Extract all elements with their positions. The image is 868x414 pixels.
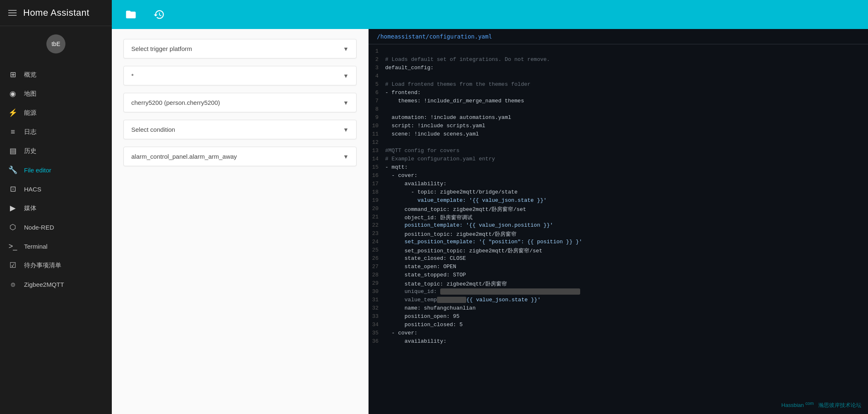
line-content: automation: !include automations.yaml xyxy=(385,114,511,121)
code-editor[interactable]: 12# Loads default set of integrations. D… xyxy=(369,44,868,414)
cherry5200-select[interactable]: cherry5200 (person.cherry5200) ▼ xyxy=(123,93,357,112)
code-line: 29 state_topic: zigbee2mqtt/卧房窗帘 xyxy=(369,280,868,288)
code-line: 11 scene: !include scenes.yaml xyxy=(369,131,868,139)
sidebar-item-label: 概览 xyxy=(24,71,36,79)
line-number: 15 xyxy=(369,164,385,170)
trigger-row-2: * ▼ xyxy=(123,66,357,85)
line-number: 34 xyxy=(369,322,385,328)
code-line: 5# Load frontend themes from the themes … xyxy=(369,81,868,89)
line-number: 36 xyxy=(369,338,385,344)
sidebar-item-history[interactable]: ▤历史 xyxy=(0,141,112,160)
zigzag-icon: ⌾ xyxy=(8,280,17,289)
select-trigger-platform[interactable]: Select trigger platform ▼ xyxy=(123,39,357,58)
code-line: 17 availability: xyxy=(369,180,868,189)
line-number: 30 xyxy=(369,288,385,295)
code-line: 34 position_closed: 5 xyxy=(369,321,868,329)
line-number: 25 xyxy=(369,247,385,253)
line-number: 7 xyxy=(369,98,385,104)
line-content: position_template: '{{ value_json.positi… xyxy=(385,222,553,228)
open-file-button[interactable] xyxy=(122,5,140,24)
line-content: value_template: '{{ value_json.state }}' xyxy=(385,197,547,203)
sidebar-item-hacs[interactable]: ⊡HACS xyxy=(0,179,112,199)
code-line: 24 set_position_template: '{ "position":… xyxy=(369,238,868,247)
sidebar-item-overview[interactable]: ⊞概览 xyxy=(0,65,112,84)
sidebar-item-map[interactable]: ◉地图 xyxy=(0,84,112,103)
line-content: object_id: 卧房窗帘调试 xyxy=(385,214,473,221)
chevron-down-icon-2: ▼ xyxy=(343,73,349,79)
line-number: 5 xyxy=(369,81,385,87)
code-line: 25 set_position_topic: zigbee2mqtt/卧房窗帘/… xyxy=(369,247,868,255)
sidebar-item-label: HACS xyxy=(24,186,41,193)
line-content: position_topic: zigbee2mqtt/卧房窗帘 xyxy=(385,230,516,238)
sidebar-item-label: 待办事项清单 xyxy=(24,261,61,269)
sidebar-item-zigbee2mqtt[interactable]: ⌾Zigbee2MQTT xyxy=(0,275,112,294)
code-line: 19 value_template: '{{ value_json.state … xyxy=(369,197,868,205)
list-icon: ≡ xyxy=(8,127,17,136)
line-content: # Loads default set of integrations. Do … xyxy=(385,56,550,63)
sidebar-item-file-editor[interactable]: 🔧File editor xyxy=(0,160,112,179)
line-number: 2 xyxy=(369,56,385,63)
line-number: 16 xyxy=(369,172,385,179)
sidebar-item-node-red[interactable]: ⬡Node-RED xyxy=(0,218,112,237)
trigger-row-1: Select trigger platform ▼ xyxy=(123,39,357,58)
line-content: availability: xyxy=(385,181,446,187)
sidebar-item-todo[interactable]: ☑待办事项清单 xyxy=(0,256,112,275)
line-content: state_topic: zigbee2mqtt/卧房窗帘 xyxy=(385,280,507,288)
line-number: 9 xyxy=(369,114,385,121)
code-line: 30 unique_id: ██████████████████████████… xyxy=(369,288,868,296)
line-number: 32 xyxy=(369,305,385,311)
line-number: 4 xyxy=(369,73,385,79)
trigger-star-row[interactable]: * ▼ xyxy=(123,66,357,85)
line-content: unique_id: ████████████████████████████ xyxy=(385,288,580,295)
line-content: state_open: OPEN xyxy=(385,264,456,270)
sidebar-header: Home Assistant xyxy=(0,0,112,26)
line-number: 28 xyxy=(369,272,385,278)
line-content: state_closed: CLOSE xyxy=(385,255,466,261)
line-number: 12 xyxy=(369,139,385,145)
select-condition[interactable]: Select condition ▼ xyxy=(123,120,357,139)
line-number: 14 xyxy=(369,156,385,162)
line-number: 31 xyxy=(369,297,385,303)
line-number: 27 xyxy=(369,264,385,270)
toolbar xyxy=(112,0,868,29)
code-line: 8 xyxy=(369,106,868,114)
line-content: - cover: xyxy=(385,172,417,179)
code-line: 6- frontend: xyxy=(369,89,868,97)
avatar[interactable]: tbE xyxy=(46,34,65,53)
terminal-icon: >_ xyxy=(8,242,17,251)
sidebar-item-media[interactable]: ▶媒体 xyxy=(0,199,112,218)
line-number: 24 xyxy=(369,239,385,245)
sidebar-item-logbook[interactable]: ≡日志 xyxy=(0,122,112,141)
chart-bar-icon: ▤ xyxy=(8,146,17,155)
action-row-alarm: alarm_control_panel.alarm_arm_away ▼ xyxy=(123,147,357,166)
sidebar-item-label: File editor xyxy=(24,167,51,174)
alarm-action-select[interactable]: alarm_control_panel.alarm_arm_away ▼ xyxy=(123,147,357,166)
line-content: name: shufangchuanlian xyxy=(385,305,475,311)
sidebar-item-label: Node-RED xyxy=(24,224,54,231)
code-line: 20 command_topic: zigbee2mqtt/卧房窗帘/set xyxy=(369,205,868,213)
line-number: 3 xyxy=(369,65,385,71)
code-line: 3default_config: xyxy=(369,64,868,73)
user-avatar-row: tbE xyxy=(0,26,112,62)
chevron-down-icon-5: ▼ xyxy=(343,153,349,160)
bolt-icon: ⚡ xyxy=(8,108,17,117)
line-content: script: !include scripts.yaml xyxy=(385,123,485,129)
file-history-button[interactable] xyxy=(150,5,168,24)
history-icon xyxy=(153,9,165,20)
line-content: themes: !include_dir_merge_named themes xyxy=(385,98,524,104)
line-content: default_config: xyxy=(385,65,434,71)
code-line: 2# Loads default set of integrations. Do… xyxy=(369,56,868,64)
app-title: Home Assistant xyxy=(23,7,89,18)
hamburger-menu[interactable] xyxy=(8,10,17,16)
folder-icon xyxy=(125,9,137,20)
code-line: 9 automation: !include automations.yaml xyxy=(369,114,868,122)
line-content: # Example configuration.yaml entry xyxy=(385,156,495,162)
code-line: 36 availability: xyxy=(369,338,868,346)
sidebar-item-label: Terminal xyxy=(24,243,48,250)
sidebar-item-label: 日志 xyxy=(24,128,36,136)
sidebar-item-terminal[interactable]: >_Terminal xyxy=(0,237,112,256)
code-line: 16 - cover: xyxy=(369,172,868,180)
sidebar-item-energy[interactable]: ⚡能源 xyxy=(0,103,112,122)
code-line: 31 value_temp████{{ value_json.state }}' xyxy=(369,296,868,305)
action-row-cherry5200: cherry5200 (person.cherry5200) ▼ xyxy=(123,93,357,112)
